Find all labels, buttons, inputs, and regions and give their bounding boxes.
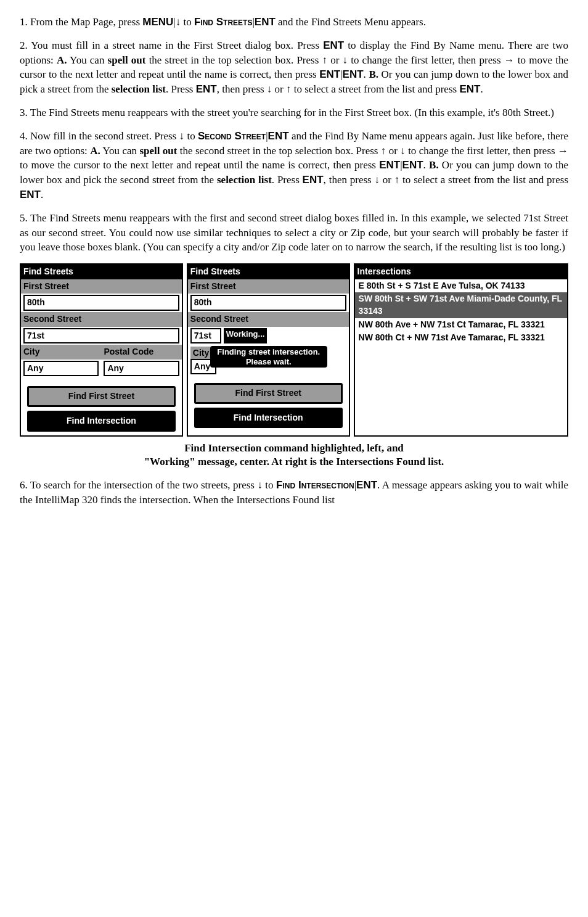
second-street-label: Second Street [188, 312, 349, 327]
figure-caption: Find Intersection command highlighted, l… [20, 442, 568, 470]
text: You can [100, 145, 140, 157]
find-first-street-button[interactable]: Find First Street [27, 386, 176, 407]
first-street-label: First Street [21, 279, 182, 294]
emph-selection-list: selection list [217, 174, 272, 186]
paragraph-3: 3. The Find Streets menu reappears with … [20, 105, 568, 120]
city-label: City [21, 345, 101, 360]
find-streets-panel-center: Find Streets First Street 80th Second St… [187, 263, 350, 436]
key-ent: ENT [459, 83, 480, 95]
text: . [423, 159, 429, 171]
key-ent: ENT [319, 68, 340, 80]
intersections-panel: Intersections E 80th St + S 71st E Ave T… [354, 263, 568, 436]
panel-title: Find Streets [188, 265, 349, 279]
key-menu: MENU [142, 16, 173, 28]
cmd-find-streets: Find Streets [194, 16, 252, 28]
find-streets-panel-left: Find Streets First Street 80th Second St… [20, 263, 183, 436]
panel-title: Find Streets [21, 265, 182, 279]
postal-code-label: Postal Code [101, 345, 181, 360]
emph-spell-out: spell out [139, 145, 177, 157]
second-street-label: Second Street [21, 312, 182, 327]
key-ent: ENT [402, 159, 423, 171]
working-status: Working... [224, 328, 267, 344]
text: and the Find Streets Menu appears. [276, 16, 426, 28]
first-street-label: First Street [188, 279, 349, 294]
second-street-row: 71st Working... City Finding street inte… [188, 327, 349, 375]
second-street-input[interactable]: 71st [190, 328, 221, 344]
paragraph-4: 4. Now fill in the second street. Press … [20, 129, 568, 202]
text: , then press ↓ or ↑ to select a street f… [217, 83, 460, 95]
text: . [480, 83, 483, 95]
paragraph-5: 5. The Find Streets menu reappears with … [20, 211, 568, 255]
caption-line-2: "Working" message, center. At right is t… [144, 456, 444, 467]
text: , then press ↓ or ↑ to select a street f… [324, 174, 568, 186]
paragraph-2: 2. You must fill in a street name in the… [20, 38, 568, 97]
text: . [41, 189, 43, 200]
option-b: B. [369, 68, 378, 80]
text: 2. You must fill in a street name in the… [20, 39, 323, 51]
key-ent: ENT [303, 174, 324, 186]
text: 4. Now fill in the second street. Press … [20, 130, 198, 142]
key-ent: ENT [196, 83, 217, 95]
first-street-input[interactable]: 80th [190, 295, 346, 311]
list-item[interactable]: SW 80th St + SW 71st Ave Miami-Dade Coun… [355, 292, 567, 318]
text: 1. From the Map Page, press [20, 16, 142, 28]
city-input[interactable]: Any [23, 361, 99, 377]
find-intersection-button[interactable]: Find Intersection [27, 411, 176, 432]
emph-spell-out: spell out [108, 54, 146, 66]
text: . Press [272, 174, 303, 186]
find-intersection-button[interactable]: Find Intersection [194, 408, 343, 429]
key-ent: ENT [379, 159, 400, 171]
option-a: A. [57, 54, 67, 66]
list-item[interactable]: NW 80th Ave + NW 71st Ct Tamarac, FL 333… [355, 318, 567, 332]
text: . Press [166, 83, 196, 95]
key-ent: ENT [343, 68, 364, 80]
screenshots-row: Find Streets First Street 80th Second St… [20, 263, 568, 436]
caption-line-1: Find Intersection command highlighted, l… [184, 442, 404, 454]
panel-title: Intersections [355, 265, 567, 279]
cmd-second-street: Second Street [198, 130, 266, 142]
paragraph-1: 1. From the Map Page, press MENU|↓ to Fi… [20, 15, 568, 30]
option-b: B. [429, 159, 439, 171]
second-street-input[interactable]: 71st [23, 328, 179, 344]
option-a: A. [90, 145, 100, 157]
first-street-input[interactable]: 80th [23, 295, 179, 311]
key-ent: ENT [268, 130, 289, 142]
find-first-street-button[interactable]: Find First Street [194, 383, 343, 404]
list-item[interactable]: NW 80th Ct + NW 71st Ave Tamarac, FL 333… [355, 331, 567, 345]
text: You can [67, 54, 108, 66]
city-label: City [190, 347, 211, 360]
wait-tooltip: Finding street intersection. Please wait… [210, 346, 327, 368]
key-ent: ENT [20, 189, 41, 200]
emph-selection-list: selection list [112, 83, 166, 95]
key-ent: ENT [323, 39, 344, 51]
cmd-find-intersection: Find Intersection [276, 479, 354, 491]
key-ent: ENT [356, 479, 377, 491]
key-ent: ENT [255, 16, 276, 28]
postal-input[interactable]: Any [104, 361, 179, 377]
text: |↓ to [173, 16, 194, 28]
list-item[interactable]: E 80th St + S 71st E Ave Tulsa, OK 74133 [355, 279, 567, 293]
text: 6. To search for the intersection of the… [20, 479, 276, 491]
paragraph-6: 6. To search for the intersection of the… [20, 478, 568, 508]
